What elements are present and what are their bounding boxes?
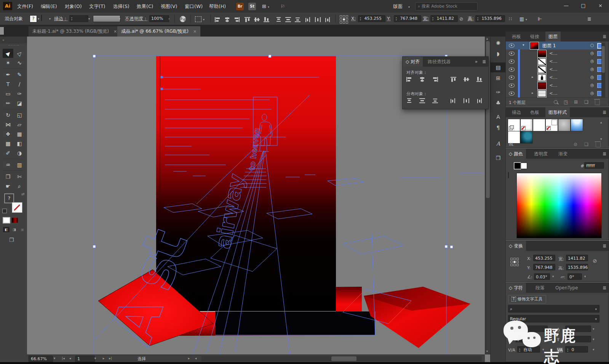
slice-tool[interactable]: ✄ [14,172,25,181]
perspective-grid-tool[interactable]: ▦ [14,129,25,139]
layer-target-icon[interactable]: ◎ [590,67,594,72]
align-right-icon[interactable] [233,13,240,26]
align-top-icon[interactable] [244,13,251,26]
fill-proxy[interactable]: ? [4,193,14,203]
delete-layer-icon[interactable] [595,100,600,105]
layer-thumbnail[interactable] [538,50,546,57]
zoom-chevron-icon[interactable]: ▾ [51,356,58,361]
tracking-chevron-icon[interactable]: ▾ [593,348,595,351]
align-top-button[interactable] [451,77,456,82]
scroll-up-icon[interactable]: ▴ [486,37,488,40]
layer-target-icon[interactable]: ○ [590,43,594,48]
next-artboard-icon[interactable]: ▸ [101,356,106,361]
stock-search-input[interactable]: ⌕ 搜索 Adobe Stock [415,2,478,11]
draw-inside-icon[interactable]: ▣ [19,227,26,232]
lasso-tool[interactable]: ∿ [14,58,25,67]
layer-target-icon[interactable]: ◎ [590,59,594,64]
last-artboard-icon[interactable]: ▸| [108,356,113,361]
align-vcenter-icon[interactable] [253,13,261,26]
layer-name[interactable]: <... [549,75,558,80]
symbols-panel-icon[interactable]: ♣ [491,98,506,108]
app-logo[interactable]: Ai [3,2,12,10]
menu-file[interactable]: 文件(F) [16,0,34,13]
layers-scrollbar[interactable] [601,43,605,97]
layer-row-1[interactable]: ▾ 图层 1 ○ [506,42,600,49]
type-tool[interactable]: T [3,80,13,89]
transform-reference-point-icon[interactable] [510,258,519,266]
zoom-level-field[interactable]: 66.67% [29,356,53,362]
tab-character[interactable]: ◇ 字符 [506,283,526,293]
x-field[interactable]: ▴▾ 453.255 [358,15,385,22]
opacity-stepper-icon[interactable]: › [168,16,170,22]
tab-transparency[interactable]: 透明度 [531,149,551,159]
shape-props-icon[interactable]: ▥ ▾ [519,13,528,25]
eyedropper-tool[interactable]: ✐ [3,148,13,158]
new-layer-icon[interactable]: ❏ [584,99,588,105]
character-panel-menu-icon[interactable]: ≣ [603,285,606,291]
styles-scroll-down-icon[interactable]: ▾ [600,137,602,141]
layer-name[interactable]: <... [549,83,558,88]
swap-fill-stroke-icon[interactable]: ⇄ [21,192,24,196]
tab-graphic-styles[interactable]: 图形样式 [545,107,570,117]
color-panel-menu-icon[interactable]: ≣ [603,151,606,156]
transform-panel-menu-icon[interactable]: ≣ [603,243,606,249]
layer-row-3[interactable]: <... ◎ [506,57,600,65]
align-hcenter-icon[interactable] [224,13,231,26]
document-setup-icon[interactable] [179,12,187,25]
rotate-tool[interactable]: ↻ [3,110,13,120]
transform-x-field[interactable]: 453.255 [533,255,555,261]
distribute-bottom-button[interactable] [432,98,438,103]
layer-expand-icon[interactable]: ▸ [532,75,534,79]
layer-target-icon[interactable]: ◎ [590,75,594,80]
layer-target-icon[interactable]: ◎ [590,91,594,96]
visibility-eye-icon[interactable] [509,75,515,80]
style-shadow-none[interactable] [520,119,533,131]
direct-selection-tool[interactable]: ▷ [14,49,25,58]
stroke-color-swatch[interactable] [41,15,42,21]
tab-opentype[interactable]: OpenType [552,283,581,293]
eraser-tool[interactable]: ◪ [14,99,25,108]
brush-definition-dropdown[interactable] [93,15,120,22]
status-prev-icon[interactable]: ◂ [193,356,198,361]
visibility-eye-icon[interactable] [509,67,515,72]
tab-transform[interactable]: ◇ 变换 [506,241,526,251]
layer-row-2[interactable]: <... ◎ [506,49,600,57]
tab-paragraph[interactable]: 段落 [532,283,548,293]
color-spectrum[interactable] [516,173,602,238]
styles-scroll-up-icon[interactable]: ▴ [600,120,602,124]
horizontal-scrollbar[interactable] [201,356,482,361]
layer-name[interactable]: 图层 1 [542,43,556,49]
fill-color-swatch[interactable]: ? [30,15,37,22]
distribute-bottom-icon[interactable] [294,13,301,26]
workspace-switcher[interactable]: 版面 [392,0,403,13]
tab-stroke[interactable]: 描边 [509,107,524,117]
color-guide-icon[interactable]: ✺ [491,38,506,48]
visibility-eye-icon[interactable] [509,91,515,96]
prev-artboard-icon[interactable]: ◂ [67,356,73,361]
menu-edit[interactable]: 编辑(E) [40,0,58,13]
visibility-eye-icon[interactable] [509,51,515,56]
color-none-swatch[interactable] [508,172,509,178]
toolbar-grip[interactable] [8,45,19,47]
glyphs-panel-icon[interactable]: A [491,139,506,148]
workspace-chevron-icon[interactable]: ▾ [408,0,411,13]
curvature-tool[interactable]: ✎ [14,70,25,79]
layer-thumbnail[interactable] [530,42,539,49]
layer-expand-icon[interactable]: ▸ [532,91,534,95]
tab-layers[interactable]: 图层 [545,32,561,42]
layer-row-5[interactable]: ▸ <... ◎ [506,73,600,81]
style-blur-gray[interactable] [558,119,571,131]
default-fill-stroke-icon[interactable] [2,209,7,213]
visibility-eye-icon[interactable] [509,43,515,48]
stroke-label[interactable]: 描边： [54,13,68,25]
scale-tool[interactable]: ◱ [14,110,25,120]
rectangle-tool[interactable]: ▭ [3,89,13,98]
layer-name[interactable]: <... [549,67,558,72]
style-teal-art[interactable] [520,131,533,144]
color-black-swatch[interactable] [514,163,521,169]
draw-behind-icon[interactable]: ◨ [11,227,18,232]
stroke-weight-field[interactable]: ▴▾ [69,15,88,22]
rotate-field[interactable]: 0.03° [534,273,550,280]
artboard-chevron-icon[interactable]: ▾ [93,356,98,361]
style-blue-glow[interactable] [571,119,583,131]
